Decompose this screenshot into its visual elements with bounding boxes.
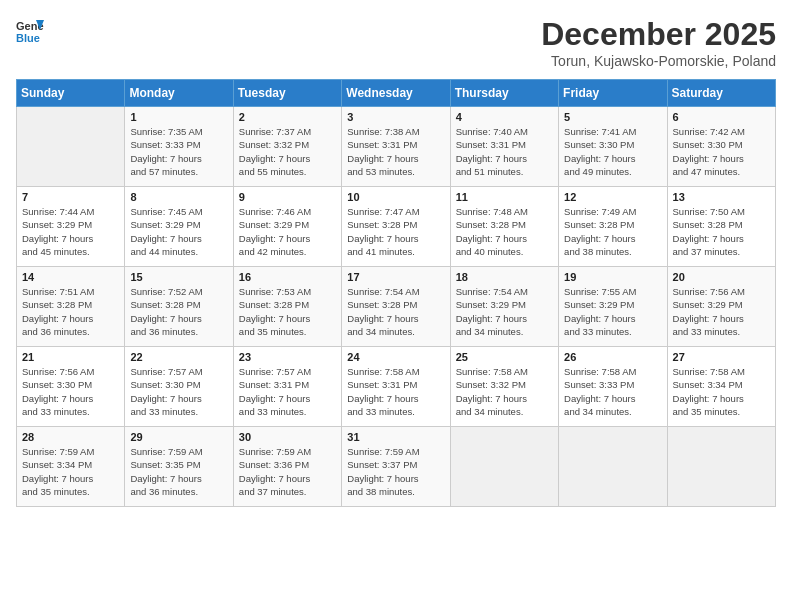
day-number: 17: [347, 271, 444, 283]
weekday-header-cell: Sunday: [17, 80, 125, 107]
day-number: 11: [456, 191, 553, 203]
calendar-cell: 10Sunrise: 7:47 AM Sunset: 3:28 PM Dayli…: [342, 187, 450, 267]
calendar-cell: [450, 427, 558, 507]
day-info: Sunrise: 7:58 AM Sunset: 3:33 PM Dayligh…: [564, 365, 661, 418]
day-number: 1: [130, 111, 227, 123]
day-info: Sunrise: 7:55 AM Sunset: 3:29 PM Dayligh…: [564, 285, 661, 338]
day-info: Sunrise: 7:58 AM Sunset: 3:34 PM Dayligh…: [673, 365, 770, 418]
day-number: 14: [22, 271, 119, 283]
day-info: Sunrise: 7:57 AM Sunset: 3:30 PM Dayligh…: [130, 365, 227, 418]
day-info: Sunrise: 7:57 AM Sunset: 3:31 PM Dayligh…: [239, 365, 336, 418]
calendar-cell: [559, 427, 667, 507]
day-info: Sunrise: 7:35 AM Sunset: 3:33 PM Dayligh…: [130, 125, 227, 178]
weekday-header-row: SundayMondayTuesdayWednesdayThursdayFrid…: [17, 80, 776, 107]
calendar-cell: 13Sunrise: 7:50 AM Sunset: 3:28 PM Dayli…: [667, 187, 775, 267]
weekday-header-cell: Saturday: [667, 80, 775, 107]
day-info: Sunrise: 7:42 AM Sunset: 3:30 PM Dayligh…: [673, 125, 770, 178]
day-info: Sunrise: 7:59 AM Sunset: 3:35 PM Dayligh…: [130, 445, 227, 498]
day-number: 31: [347, 431, 444, 443]
calendar-cell: 29Sunrise: 7:59 AM Sunset: 3:35 PM Dayli…: [125, 427, 233, 507]
day-number: 21: [22, 351, 119, 363]
day-number: 26: [564, 351, 661, 363]
day-info: Sunrise: 7:47 AM Sunset: 3:28 PM Dayligh…: [347, 205, 444, 258]
day-info: Sunrise: 7:58 AM Sunset: 3:32 PM Dayligh…: [456, 365, 553, 418]
day-info: Sunrise: 7:54 AM Sunset: 3:29 PM Dayligh…: [456, 285, 553, 338]
day-number: 4: [456, 111, 553, 123]
day-info: Sunrise: 7:59 AM Sunset: 3:37 PM Dayligh…: [347, 445, 444, 498]
calendar-cell: 2Sunrise: 7:37 AM Sunset: 3:32 PM Daylig…: [233, 107, 341, 187]
calendar-week-row: 28Sunrise: 7:59 AM Sunset: 3:34 PM Dayli…: [17, 427, 776, 507]
calendar-cell: 5Sunrise: 7:41 AM Sunset: 3:30 PM Daylig…: [559, 107, 667, 187]
day-number: 27: [673, 351, 770, 363]
calendar-cell: 4Sunrise: 7:40 AM Sunset: 3:31 PM Daylig…: [450, 107, 558, 187]
location-title: Torun, Kujawsko-Pomorskie, Poland: [541, 53, 776, 69]
day-info: Sunrise: 7:50 AM Sunset: 3:28 PM Dayligh…: [673, 205, 770, 258]
day-number: 6: [673, 111, 770, 123]
calendar-cell: 23Sunrise: 7:57 AM Sunset: 3:31 PM Dayli…: [233, 347, 341, 427]
calendar-cell: 21Sunrise: 7:56 AM Sunset: 3:30 PM Dayli…: [17, 347, 125, 427]
day-number: 5: [564, 111, 661, 123]
calendar-week-row: 14Sunrise: 7:51 AM Sunset: 3:28 PM Dayli…: [17, 267, 776, 347]
day-number: 19: [564, 271, 661, 283]
day-info: Sunrise: 7:37 AM Sunset: 3:32 PM Dayligh…: [239, 125, 336, 178]
day-number: 28: [22, 431, 119, 443]
day-number: 22: [130, 351, 227, 363]
title-area: December 2025 Torun, Kujawsko-Pomorskie,…: [541, 16, 776, 69]
calendar-cell: 31Sunrise: 7:59 AM Sunset: 3:37 PM Dayli…: [342, 427, 450, 507]
svg-text:Blue: Blue: [16, 32, 40, 44]
day-number: 29: [130, 431, 227, 443]
day-number: 8: [130, 191, 227, 203]
day-number: 12: [564, 191, 661, 203]
day-number: 15: [130, 271, 227, 283]
calendar-cell: 27Sunrise: 7:58 AM Sunset: 3:34 PM Dayli…: [667, 347, 775, 427]
calendar-cell: [667, 427, 775, 507]
day-info: Sunrise: 7:59 AM Sunset: 3:36 PM Dayligh…: [239, 445, 336, 498]
day-info: Sunrise: 7:56 AM Sunset: 3:29 PM Dayligh…: [673, 285, 770, 338]
calendar-cell: 7Sunrise: 7:44 AM Sunset: 3:29 PM Daylig…: [17, 187, 125, 267]
day-info: Sunrise: 7:40 AM Sunset: 3:31 PM Dayligh…: [456, 125, 553, 178]
logo: General Blue: [16, 16, 44, 44]
calendar-cell: 24Sunrise: 7:58 AM Sunset: 3:31 PM Dayli…: [342, 347, 450, 427]
day-number: 25: [456, 351, 553, 363]
day-number: 2: [239, 111, 336, 123]
calendar-cell: 11Sunrise: 7:48 AM Sunset: 3:28 PM Dayli…: [450, 187, 558, 267]
calendar-cell: 26Sunrise: 7:58 AM Sunset: 3:33 PM Dayli…: [559, 347, 667, 427]
calendar-cell: 30Sunrise: 7:59 AM Sunset: 3:36 PM Dayli…: [233, 427, 341, 507]
calendar-cell: 9Sunrise: 7:46 AM Sunset: 3:29 PM Daylig…: [233, 187, 341, 267]
calendar-cell: 17Sunrise: 7:54 AM Sunset: 3:28 PM Dayli…: [342, 267, 450, 347]
calendar-cell: 14Sunrise: 7:51 AM Sunset: 3:28 PM Dayli…: [17, 267, 125, 347]
calendar-week-row: 7Sunrise: 7:44 AM Sunset: 3:29 PM Daylig…: [17, 187, 776, 267]
day-info: Sunrise: 7:48 AM Sunset: 3:28 PM Dayligh…: [456, 205, 553, 258]
logo-icon: General Blue: [16, 16, 44, 44]
weekday-header-cell: Thursday: [450, 80, 558, 107]
day-number: 23: [239, 351, 336, 363]
day-info: Sunrise: 7:41 AM Sunset: 3:30 PM Dayligh…: [564, 125, 661, 178]
day-info: Sunrise: 7:44 AM Sunset: 3:29 PM Dayligh…: [22, 205, 119, 258]
day-info: Sunrise: 7:38 AM Sunset: 3:31 PM Dayligh…: [347, 125, 444, 178]
weekday-header-cell: Tuesday: [233, 80, 341, 107]
calendar-body: 1Sunrise: 7:35 AM Sunset: 3:33 PM Daylig…: [17, 107, 776, 507]
day-number: 3: [347, 111, 444, 123]
day-number: 30: [239, 431, 336, 443]
calendar-cell: 8Sunrise: 7:45 AM Sunset: 3:29 PM Daylig…: [125, 187, 233, 267]
page-header: General Blue December 2025 Torun, Kujaws…: [16, 16, 776, 69]
calendar-cell: 6Sunrise: 7:42 AM Sunset: 3:30 PM Daylig…: [667, 107, 775, 187]
day-info: Sunrise: 7:49 AM Sunset: 3:28 PM Dayligh…: [564, 205, 661, 258]
day-number: 20: [673, 271, 770, 283]
calendar-week-row: 1Sunrise: 7:35 AM Sunset: 3:33 PM Daylig…: [17, 107, 776, 187]
calendar-week-row: 21Sunrise: 7:56 AM Sunset: 3:30 PM Dayli…: [17, 347, 776, 427]
calendar-cell: 22Sunrise: 7:57 AM Sunset: 3:30 PM Dayli…: [125, 347, 233, 427]
day-info: Sunrise: 7:51 AM Sunset: 3:28 PM Dayligh…: [22, 285, 119, 338]
day-info: Sunrise: 7:56 AM Sunset: 3:30 PM Dayligh…: [22, 365, 119, 418]
day-number: 13: [673, 191, 770, 203]
weekday-header-cell: Monday: [125, 80, 233, 107]
calendar-cell: 25Sunrise: 7:58 AM Sunset: 3:32 PM Dayli…: [450, 347, 558, 427]
day-number: 9: [239, 191, 336, 203]
day-info: Sunrise: 7:59 AM Sunset: 3:34 PM Dayligh…: [22, 445, 119, 498]
day-info: Sunrise: 7:58 AM Sunset: 3:31 PM Dayligh…: [347, 365, 444, 418]
day-number: 18: [456, 271, 553, 283]
day-info: Sunrise: 7:54 AM Sunset: 3:28 PM Dayligh…: [347, 285, 444, 338]
calendar-cell: 20Sunrise: 7:56 AM Sunset: 3:29 PM Dayli…: [667, 267, 775, 347]
calendar-cell: 15Sunrise: 7:52 AM Sunset: 3:28 PM Dayli…: [125, 267, 233, 347]
calendar-cell: 28Sunrise: 7:59 AM Sunset: 3:34 PM Dayli…: [17, 427, 125, 507]
